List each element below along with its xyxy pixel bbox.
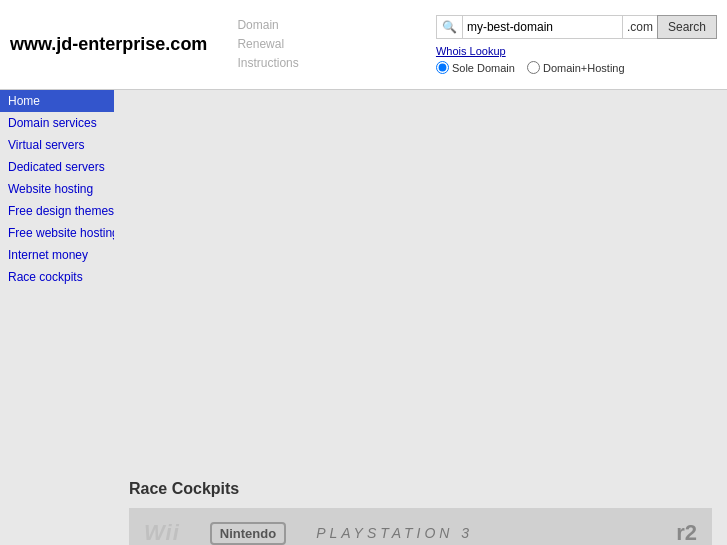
sole-domain-radio[interactable]: Sole Domain bbox=[436, 61, 515, 74]
sidebar-item-virtual-servers[interactable]: Virtual servers bbox=[0, 134, 114, 156]
sidebar-item-home[interactable]: Home bbox=[0, 90, 114, 112]
search-input[interactable] bbox=[462, 15, 622, 39]
header-left: www.jd-enterprise.com Domain Renewal Ins… bbox=[10, 16, 299, 74]
section-title: Race Cockpits bbox=[129, 480, 712, 498]
search-row: 🔍 .com Search bbox=[436, 15, 717, 39]
domain-info: Domain Renewal Instructions bbox=[237, 16, 298, 74]
whois-lookup-link[interactable]: Whois Lookup bbox=[436, 45, 506, 57]
sidebar-item-internet-money[interactable]: Internet money bbox=[0, 244, 114, 266]
domain-hosting-radio[interactable]: Domain+Hosting bbox=[527, 61, 625, 74]
search-button[interactable]: Search bbox=[657, 15, 717, 39]
sidebar-item-website-hosting[interactable]: Website hosting bbox=[0, 178, 114, 200]
site-title: www.jd-enterprise.com bbox=[10, 34, 207, 55]
tld-box: .com bbox=[622, 15, 657, 39]
sidebar: HomeDomain servicesVirtual serversDedica… bbox=[0, 90, 114, 545]
header: www.jd-enterprise.com Domain Renewal Ins… bbox=[0, 0, 727, 90]
banner-ps3: PLAYSTATION 3 bbox=[301, 508, 488, 545]
sidebar-item-race-cockpits[interactable]: Race cockpits bbox=[0, 266, 114, 288]
banner-nintendo: Nintendo bbox=[195, 508, 301, 545]
search-area: 🔍 .com Search Whois Lookup Sole Domain D… bbox=[436, 15, 717, 74]
sidebar-item-domain-services[interactable]: Domain services bbox=[0, 112, 114, 134]
main-content: Race Cockpits Wii Nintendo PLAYSTATION 3… bbox=[114, 90, 727, 545]
banner-wii: Wii bbox=[129, 508, 195, 545]
layout: HomeDomain servicesVirtual serversDedica… bbox=[0, 90, 727, 545]
sidebar-item-free-website-hosting[interactable]: Free website hosting bbox=[0, 222, 114, 244]
sidebar-item-dedicated-servers[interactable]: Dedicated servers bbox=[0, 156, 114, 178]
banner-r2: r2 bbox=[661, 508, 712, 545]
gaming-banner: Wii Nintendo PLAYSTATION 3 r2 bbox=[129, 508, 712, 545]
search-icon: 🔍 bbox=[436, 15, 462, 39]
sidebar-item-free-design-themes[interactable]: Free design themes bbox=[0, 200, 114, 222]
radio-options: Sole Domain Domain+Hosting bbox=[436, 61, 625, 74]
